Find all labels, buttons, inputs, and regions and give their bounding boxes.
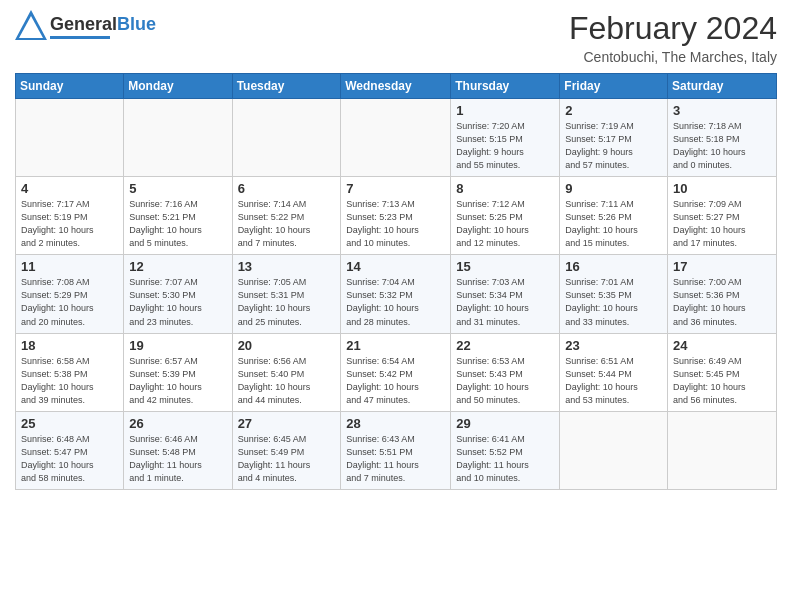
title-block: February 2024 Centobuchi, The Marches, I… [569,10,777,65]
day-number: 7 [346,181,445,196]
calendar-cell: 16Sunrise: 7:01 AMSunset: 5:35 PMDayligh… [560,255,668,333]
day-info: Sunrise: 7:05 AMSunset: 5:31 PMDaylight:… [238,276,336,328]
month-title: February 2024 [569,10,777,47]
calendar-cell: 9Sunrise: 7:11 AMSunset: 5:26 PMDaylight… [560,177,668,255]
day-number: 26 [129,416,226,431]
weekday-header: Monday [124,74,232,99]
day-number: 27 [238,416,336,431]
calendar-week-row: 11Sunrise: 7:08 AMSunset: 5:29 PMDayligh… [16,255,777,333]
calendar-cell: 2Sunrise: 7:19 AMSunset: 5:17 PMDaylight… [560,99,668,177]
calendar-cell: 3Sunrise: 7:18 AMSunset: 5:18 PMDaylight… [668,99,777,177]
calendar-cell: 26Sunrise: 6:46 AMSunset: 5:48 PMDayligh… [124,411,232,489]
day-number: 19 [129,338,226,353]
calendar-cell: 10Sunrise: 7:09 AMSunset: 5:27 PMDayligh… [668,177,777,255]
day-number: 24 [673,338,771,353]
day-number: 13 [238,259,336,274]
calendar-cell: 23Sunrise: 6:51 AMSunset: 5:44 PMDayligh… [560,333,668,411]
day-number: 4 [21,181,118,196]
day-info: Sunrise: 6:49 AMSunset: 5:45 PMDaylight:… [673,355,771,407]
day-info: Sunrise: 7:03 AMSunset: 5:34 PMDaylight:… [456,276,554,328]
calendar-cell [560,411,668,489]
day-info: Sunrise: 7:09 AMSunset: 5:27 PMDaylight:… [673,198,771,250]
day-info: Sunrise: 7:04 AMSunset: 5:32 PMDaylight:… [346,276,445,328]
calendar-cell: 19Sunrise: 6:57 AMSunset: 5:39 PMDayligh… [124,333,232,411]
calendar-cell: 11Sunrise: 7:08 AMSunset: 5:29 PMDayligh… [16,255,124,333]
day-number: 6 [238,181,336,196]
day-number: 20 [238,338,336,353]
day-info: Sunrise: 7:19 AMSunset: 5:17 PMDaylight:… [565,120,662,172]
weekday-header: Sunday [16,74,124,99]
weekday-header: Saturday [668,74,777,99]
calendar-cell: 15Sunrise: 7:03 AMSunset: 5:34 PMDayligh… [451,255,560,333]
day-number: 8 [456,181,554,196]
calendar-cell: 22Sunrise: 6:53 AMSunset: 5:43 PMDayligh… [451,333,560,411]
day-number: 28 [346,416,445,431]
day-number: 5 [129,181,226,196]
calendar-cell: 25Sunrise: 6:48 AMSunset: 5:47 PMDayligh… [16,411,124,489]
day-number: 29 [456,416,554,431]
day-info: Sunrise: 6:56 AMSunset: 5:40 PMDaylight:… [238,355,336,407]
logo-blue: Blue [117,14,156,34]
day-number: 18 [21,338,118,353]
day-number: 2 [565,103,662,118]
calendar-table: SundayMondayTuesdayWednesdayThursdayFrid… [15,73,777,490]
calendar-cell: 27Sunrise: 6:45 AMSunset: 5:49 PMDayligh… [232,411,341,489]
day-info: Sunrise: 7:00 AMSunset: 5:36 PMDaylight:… [673,276,771,328]
calendar-week-row: 4Sunrise: 7:17 AMSunset: 5:19 PMDaylight… [16,177,777,255]
day-info: Sunrise: 7:17 AMSunset: 5:19 PMDaylight:… [21,198,118,250]
day-info: Sunrise: 6:54 AMSunset: 5:42 PMDaylight:… [346,355,445,407]
day-info: Sunrise: 7:16 AMSunset: 5:21 PMDaylight:… [129,198,226,250]
day-info: Sunrise: 7:11 AMSunset: 5:26 PMDaylight:… [565,198,662,250]
day-info: Sunrise: 6:58 AMSunset: 5:38 PMDaylight:… [21,355,118,407]
day-info: Sunrise: 7:20 AMSunset: 5:15 PMDaylight:… [456,120,554,172]
calendar-cell: 5Sunrise: 7:16 AMSunset: 5:21 PMDaylight… [124,177,232,255]
day-number: 25 [21,416,118,431]
day-info: Sunrise: 7:07 AMSunset: 5:30 PMDaylight:… [129,276,226,328]
calendar-cell: 20Sunrise: 6:56 AMSunset: 5:40 PMDayligh… [232,333,341,411]
calendar-cell [232,99,341,177]
day-number: 16 [565,259,662,274]
day-info: Sunrise: 7:12 AMSunset: 5:25 PMDaylight:… [456,198,554,250]
day-info: Sunrise: 7:08 AMSunset: 5:29 PMDaylight:… [21,276,118,328]
calendar-cell: 21Sunrise: 6:54 AMSunset: 5:42 PMDayligh… [341,333,451,411]
calendar-cell: 24Sunrise: 6:49 AMSunset: 5:45 PMDayligh… [668,333,777,411]
day-info: Sunrise: 6:41 AMSunset: 5:52 PMDaylight:… [456,433,554,485]
day-info: Sunrise: 7:18 AMSunset: 5:18 PMDaylight:… [673,120,771,172]
logo-icon [15,10,47,44]
day-number: 22 [456,338,554,353]
calendar-cell: 7Sunrise: 7:13 AMSunset: 5:23 PMDaylight… [341,177,451,255]
calendar-cell [341,99,451,177]
calendar-cell: 4Sunrise: 7:17 AMSunset: 5:19 PMDaylight… [16,177,124,255]
day-number: 23 [565,338,662,353]
day-number: 1 [456,103,554,118]
day-number: 12 [129,259,226,274]
calendar-header-row: SundayMondayTuesdayWednesdayThursdayFrid… [16,74,777,99]
calendar-cell: 8Sunrise: 7:12 AMSunset: 5:25 PMDaylight… [451,177,560,255]
day-info: Sunrise: 7:01 AMSunset: 5:35 PMDaylight:… [565,276,662,328]
day-info: Sunrise: 7:13 AMSunset: 5:23 PMDaylight:… [346,198,445,250]
calendar-week-row: 25Sunrise: 6:48 AMSunset: 5:47 PMDayligh… [16,411,777,489]
weekday-header: Thursday [451,74,560,99]
day-number: 15 [456,259,554,274]
day-info: Sunrise: 6:53 AMSunset: 5:43 PMDaylight:… [456,355,554,407]
day-number: 14 [346,259,445,274]
calendar-week-row: 18Sunrise: 6:58 AMSunset: 5:38 PMDayligh… [16,333,777,411]
calendar-cell: 18Sunrise: 6:58 AMSunset: 5:38 PMDayligh… [16,333,124,411]
calendar-cell: 1Sunrise: 7:20 AMSunset: 5:15 PMDaylight… [451,99,560,177]
location: Centobuchi, The Marches, Italy [569,49,777,65]
day-info: Sunrise: 6:57 AMSunset: 5:39 PMDaylight:… [129,355,226,407]
calendar-cell [16,99,124,177]
calendar-cell: 13Sunrise: 7:05 AMSunset: 5:31 PMDayligh… [232,255,341,333]
calendar-cell: 6Sunrise: 7:14 AMSunset: 5:22 PMDaylight… [232,177,341,255]
day-info: Sunrise: 6:48 AMSunset: 5:47 PMDaylight:… [21,433,118,485]
day-number: 10 [673,181,771,196]
day-info: Sunrise: 7:14 AMSunset: 5:22 PMDaylight:… [238,198,336,250]
logo-general: General [50,14,117,34]
day-number: 9 [565,181,662,196]
day-info: Sunrise: 6:45 AMSunset: 5:49 PMDaylight:… [238,433,336,485]
calendar-week-row: 1Sunrise: 7:20 AMSunset: 5:15 PMDaylight… [16,99,777,177]
day-number: 17 [673,259,771,274]
day-number: 3 [673,103,771,118]
weekday-header: Friday [560,74,668,99]
day-info: Sunrise: 6:43 AMSunset: 5:51 PMDaylight:… [346,433,445,485]
